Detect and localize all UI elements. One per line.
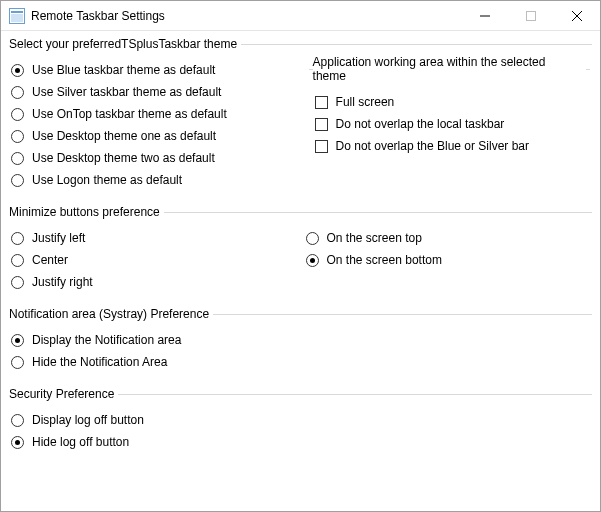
working-area-column: Application working area within the sele… (307, 55, 592, 191)
title-bar: Remote Taskbar Settings (1, 1, 600, 31)
systray-group-legend: Notification area (Systray) Preference (9, 307, 213, 321)
minimize-button[interactable] (462, 1, 508, 31)
area-option-no-overlap-bluesilver[interactable]: Do not overlap the Blue or Silver bar (315, 139, 529, 153)
minimize-group-legend: Minimize buttons preference (9, 205, 164, 219)
theme-option-desktop1[interactable]: Use Desktop theme one as default (11, 129, 216, 143)
area-option-fullscreen[interactable]: Full screen (315, 95, 395, 109)
theme-option-blue[interactable]: Use Blue taskbar theme as default (11, 63, 215, 77)
area-option-no-overlap-local[interactable]: Do not overlap the local taskbar (315, 117, 505, 131)
security-group-legend: Security Preference (9, 387, 118, 401)
window-title: Remote Taskbar Settings (31, 9, 462, 23)
minimize-screen-top[interactable]: On the screen top (306, 231, 422, 245)
maximize-button (508, 1, 554, 31)
theme-option-silver[interactable]: Use Silver taskbar theme as default (11, 85, 221, 99)
security-hide-logoff[interactable]: Hide log off button (11, 435, 129, 449)
theme-option-ontop[interactable]: Use OnTop taskbar theme as default (11, 107, 227, 121)
svg-rect-1 (11, 11, 23, 13)
minimize-group: Minimize buttons preference Justify left… (9, 205, 592, 299)
working-area-group: Application working area within the sele… (309, 55, 590, 163)
security-group: Security Preference Display log off butt… (9, 387, 592, 459)
minimize-left-options: Justify left Center Justify right (11, 227, 294, 293)
minimize-right-options: On the screen top On the screen bottom (306, 227, 589, 293)
app-icon (9, 8, 25, 24)
security-display-logoff[interactable]: Display log off button (11, 413, 144, 427)
svg-rect-2 (11, 14, 23, 22)
systray-group: Notification area (Systray) Preference D… (9, 307, 592, 379)
content-area: Select your preferredTSplusTaskbar theme… (1, 31, 600, 475)
minimize-justify-left[interactable]: Justify left (11, 231, 85, 245)
close-button[interactable] (554, 1, 600, 31)
minimize-justify-right[interactable]: Justify right (11, 275, 93, 289)
theme-option-logon[interactable]: Use Logon theme as default (11, 173, 182, 187)
minimize-screen-bottom[interactable]: On the screen bottom (306, 253, 442, 267)
svg-rect-4 (527, 11, 536, 20)
working-area-legend: Application working area within the sele… (313, 55, 586, 83)
systray-display[interactable]: Display the Notification area (11, 333, 181, 347)
theme-option-desktop2[interactable]: Use Desktop theme two as default (11, 151, 215, 165)
theme-group: Select your preferredTSplusTaskbar theme… (9, 37, 592, 197)
theme-options: Use Blue taskbar theme as default Use Si… (9, 55, 295, 191)
minimize-center[interactable]: Center (11, 253, 68, 267)
systray-hide[interactable]: Hide the Notification Area (11, 355, 167, 369)
theme-group-legend: Select your preferredTSplusTaskbar theme (9, 37, 241, 51)
